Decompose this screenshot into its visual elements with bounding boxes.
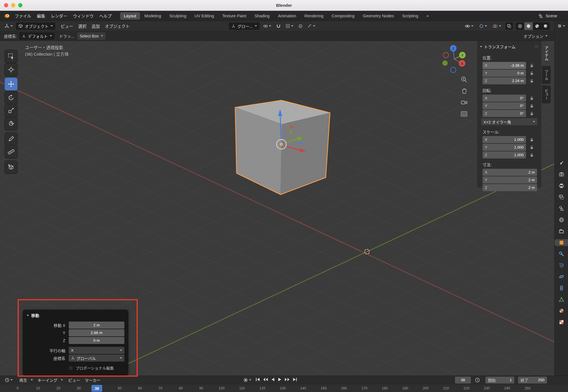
next-keyframe-button[interactable] — [285, 378, 290, 383]
zoom-icon[interactable] — [460, 76, 468, 84]
ruler-label[interactable]: 60 — [136, 386, 144, 390]
workspace-tab-layout[interactable]: Layout — [120, 12, 140, 20]
axis-negative-x[interactable] — [443, 53, 449, 58]
tool-scale[interactable] — [5, 104, 18, 117]
playback-menu[interactable]: 再生 — [17, 376, 33, 384]
tool-select-box[interactable] — [5, 50, 18, 63]
toggle-grid-icon[interactable] — [460, 110, 468, 118]
ruler-label[interactable]: 180 — [381, 386, 389, 390]
shading-rendered-button[interactable] — [541, 22, 550, 30]
visibility-dropdown[interactable] — [463, 23, 475, 29]
orientation-dropdown[interactable]: グローバル — [69, 355, 124, 362]
tool-rotate[interactable] — [5, 91, 18, 104]
properties-tab-physics[interactable] — [555, 273, 568, 280]
properties-tab-modifiers[interactable] — [555, 251, 568, 257]
lock-icon[interactable] — [530, 64, 534, 68]
scale-y-field[interactable]: Y1.000 — [483, 144, 526, 151]
menu-render[interactable]: レンダー — [48, 12, 70, 20]
coord-system-dropdown[interactable]: デフォルト — [19, 32, 55, 40]
dimensions-x-field[interactable]: X2 m — [483, 169, 537, 176]
ruler-label[interactable]: 230 — [483, 386, 491, 390]
ruler-label[interactable]: 50 — [116, 386, 124, 390]
jump-to-end-button[interactable] — [293, 378, 297, 383]
axis-negative-y[interactable] — [442, 61, 448, 66]
ruler-label[interactable]: 20 — [55, 386, 62, 390]
move-z-field[interactable]: 0 m — [69, 337, 124, 344]
menu-add[interactable]: 追加 — [89, 22, 103, 30]
rotation-x-field[interactable]: X0° — [483, 95, 526, 102]
properties-tab-material[interactable] — [555, 307, 568, 314]
scale-z-field[interactable]: Z1.000 — [483, 151, 526, 159]
collapse-chevron-icon[interactable] — [27, 315, 29, 316]
sidebar-tab-item[interactable]: アイテム — [542, 43, 551, 64]
frame-end-field[interactable]: 終了250 — [518, 377, 547, 383]
ruler-label[interactable]: 120 — [258, 386, 266, 390]
auto-keying-button[interactable] — [242, 377, 253, 383]
jump-to-start-button[interactable] — [256, 378, 260, 383]
lock-icon[interactable] — [530, 79, 534, 83]
location-z-field[interactable]: Z2.24 m — [483, 77, 526, 84]
mode-dropdown[interactable]: オブジェクト — [16, 22, 55, 30]
ruler-label[interactable]: 250 — [524, 386, 532, 390]
menu-edit[interactable]: 編集 — [34, 12, 48, 20]
play-reverse-button[interactable] — [271, 378, 275, 383]
proportional-editing-checkbox[interactable] — [69, 366, 73, 370]
ruler-label[interactable]: 80 — [177, 386, 185, 390]
menu-object[interactable]: オブジェクト — [103, 22, 132, 30]
select-tool-dropdown[interactable]: Select Box — [77, 32, 106, 40]
rotation-mode-dropdown[interactable]: XYZ オイラー角 — [481, 118, 537, 125]
workspace-tab-texture-paint[interactable]: Texture Paint — [219, 12, 250, 20]
tool-transform[interactable] — [5, 117, 18, 130]
location-y-field[interactable]: Y0 m — [483, 70, 526, 77]
workspace-tab-compositing[interactable]: Compositing — [328, 12, 358, 20]
camera-view-icon[interactable] — [460, 99, 468, 107]
play-button[interactable] — [278, 378, 282, 383]
shading-wireframe-button[interactable] — [516, 22, 524, 30]
preview-range-clock-icon[interactable] — [475, 378, 480, 383]
dimensions-y-field[interactable]: Y2 m — [483, 176, 537, 184]
sidebar-tab-tool[interactable]: ツール — [542, 66, 551, 84]
lock-icon[interactable] — [530, 96, 534, 100]
workspace-tab-shading[interactable]: Shading — [251, 12, 273, 20]
tool-annotate[interactable] — [5, 132, 18, 145]
properties-tab-collection[interactable] — [555, 228, 568, 235]
move-y-field[interactable]: 2.86 m — [69, 329, 124, 336]
scene-selector[interactable]: Scene — [538, 14, 565, 18]
properties-tab-constraints[interactable] — [555, 285, 568, 291]
menu-help[interactable]: ヘルプ — [97, 12, 115, 20]
ruler-label[interactable]: 150 — [319, 386, 327, 390]
ruler-label[interactable]: 130 — [279, 386, 287, 390]
location-x-field[interactable]: X-3.38 m — [483, 62, 526, 69]
ruler-label[interactable]: 100 — [218, 386, 225, 390]
workspace-tab-scripting[interactable]: Scripting — [398, 12, 422, 20]
close-button[interactable] — [4, 3, 8, 7]
gizmo-z-arrow[interactable] — [280, 116, 281, 139]
ruler-label[interactable]: 210 — [442, 386, 450, 390]
prev-keyframe-button[interactable] — [263, 378, 268, 383]
gizmo-xy-plane-handle[interactable] — [298, 142, 302, 144]
timeline-editor-type-button[interactable] — [3, 377, 14, 383]
snap-toggle[interactable] — [275, 23, 282, 29]
ruler-label[interactable]: 190 — [401, 386, 409, 390]
ruler-label[interactable]: 220 — [462, 386, 470, 390]
ruler-label[interactable]: 200 — [422, 386, 430, 390]
workspace-tab-animation[interactable]: Animation — [274, 12, 300, 20]
xray-toggle[interactable] — [506, 22, 513, 30]
falloff-dropdown[interactable] — [306, 23, 317, 29]
playhead-badge[interactable]: 38 — [91, 385, 102, 392]
lock-icon[interactable] — [530, 145, 534, 149]
shading-solid-button[interactable] — [524, 22, 533, 30]
ruler-label[interactable]: 170 — [360, 386, 368, 390]
scale-x-field[interactable]: X1.000 — [483, 136, 526, 143]
lock-icon[interactable] — [530, 153, 534, 157]
properties-tab-tool[interactable] — [555, 160, 568, 166]
tool-add-cube[interactable] — [5, 160, 18, 174]
axis-dropdown[interactable]: X — [69, 347, 124, 354]
lock-icon[interactable] — [530, 104, 534, 108]
properties-tab-world[interactable] — [555, 216, 568, 223]
ruler-label[interactable]: 70 — [156, 386, 164, 390]
collapse-chevron-icon[interactable] — [480, 46, 482, 47]
ruler-label[interactable]: 10 — [34, 386, 42, 390]
menu-select[interactable]: 選択 — [76, 22, 89, 30]
ruler-label[interactable]: 240 — [503, 386, 511, 390]
